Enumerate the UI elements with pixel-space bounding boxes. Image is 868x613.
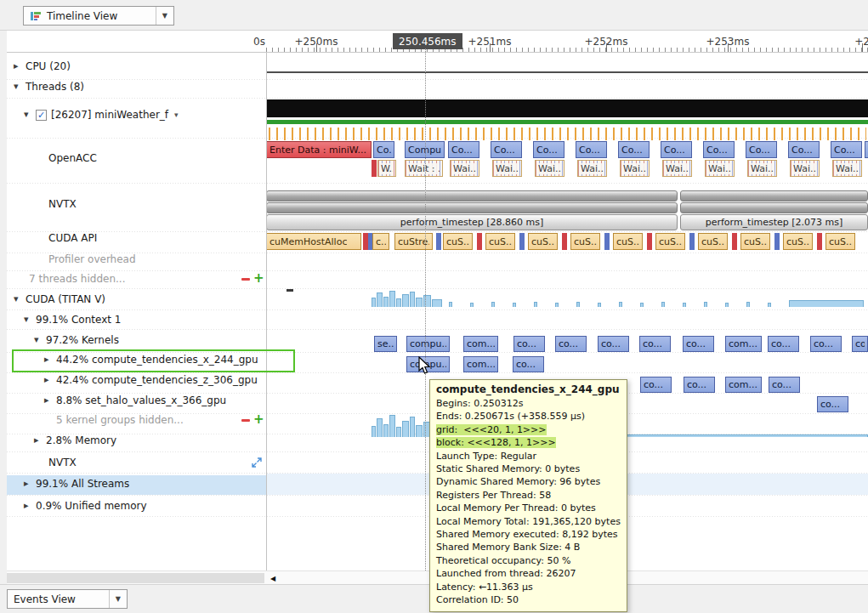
cuda-api-bar[interactable]: cuS... <box>613 233 643 250</box>
kernels-bar[interactable]: co... <box>598 336 629 352</box>
openacc-launch-bar[interactable]: Co... <box>703 141 735 158</box>
kernels-bar[interactable]: co... <box>639 336 671 352</box>
nvtx-depth-2-bar[interactable] <box>680 202 868 213</box>
chevron-down-icon[interactable]: ▾ <box>24 314 29 326</box>
openacc-wait-bar[interactable]: Wai... <box>705 160 735 177</box>
openacc-wait-bar[interactable]: Wai... <box>577 160 607 177</box>
kernels-bar[interactable]: co... <box>810 336 842 352</box>
cuda-api-bar[interactable] <box>647 233 652 250</box>
openacc-launch-bar[interactable]: Co... <box>746 141 777 158</box>
openacc-launch-bar[interactable]: Co... <box>373 141 394 158</box>
cuda-api-bar[interactable]: cuMemHostAlloc <box>266 233 361 250</box>
sidebar-row[interactable]: 5 kernel groups hidden...+ <box>7 412 266 429</box>
sidebar-row[interactable]: ▾Threads (8) <box>7 78 266 95</box>
openacc-wait-bar[interactable]: Wai... <box>832 160 862 177</box>
sidebar-row[interactable]: CUDA API <box>7 230 266 247</box>
cuda-api-bar[interactable]: cuStre... <box>394 233 433 250</box>
chevron-down-icon[interactable]: ▾ <box>34 334 39 346</box>
kernels-bar[interactable]: co... <box>768 336 799 352</box>
kernel-z306-bar[interactable]: co... <box>640 377 672 393</box>
sidebar-row[interactable]: Profiler overhead <box>7 251 266 268</box>
kernels-bar[interactable]: co... <box>683 336 714 352</box>
chevron-right-icon[interactable]: ▸ <box>14 60 19 72</box>
openacc-wait-bar[interactable] <box>372 160 377 177</box>
kernels-bar[interactable]: compu... <box>406 336 450 352</box>
cuda-api-bar[interactable]: cuS... <box>528 233 558 250</box>
openacc-launch-bar[interactable]: Co... <box>533 141 564 158</box>
timeline-ruler[interactable]: 0s 250.456ms +250ms+251ms+252ms+253ms+2 <box>7 31 868 53</box>
chevron-right-icon[interactable]: ▸ <box>44 374 49 386</box>
scrollbar-thumb[interactable] <box>7 573 264 583</box>
chevron-down-icon[interactable]: ▾ <box>24 109 29 121</box>
scroll-left-arrow-icon[interactable]: ◀ <box>266 572 280 584</box>
cuda-api-bar[interactable] <box>477 233 482 250</box>
nvtx-depth-2-bar[interactable] <box>266 202 678 213</box>
expand-row-icon[interactable] <box>252 457 262 470</box>
nvtx-depth-1-bar[interactable] <box>680 190 868 201</box>
sidebar-row[interactable]: OpenACC <box>7 150 266 167</box>
openacc-launch-bar[interactable] <box>865 141 868 158</box>
cuda-api-bar[interactable]: c... <box>372 233 389 250</box>
cuda-api-bar[interactable] <box>604 233 610 250</box>
sidebar-row[interactable]: ▸2.8% Memory <box>7 432 266 449</box>
openacc-wait-bar[interactable]: Wai... <box>450 160 479 177</box>
nvtx-range-bar[interactable]: perform_timestep [2.073 ms] <box>680 214 868 230</box>
sidebar-row[interactable]: 7 threads hidden...+ <box>7 270 266 287</box>
sidebar-row[interactable]: ▸99.1% All Streams <box>7 475 266 495</box>
cuda-api-bar[interactable]: cuS... <box>655 233 685 250</box>
openacc-wait-bar[interactable]: Wai... <box>620 160 650 177</box>
thread-checkbox[interactable]: ✓ <box>36 110 47 121</box>
cuda-api-bar[interactable] <box>689 233 695 250</box>
openacc-wait-bar[interactable]: Wai... <box>790 160 820 177</box>
kernels-bar[interactable]: co... <box>555 336 587 352</box>
nvtx-range-bar[interactable]: perform_timestep [28.860 ms] <box>266 214 678 230</box>
openacc-launch-bar[interactable]: Co... <box>576 141 607 158</box>
sidebar-row[interactable]: NVTX <box>7 454 266 471</box>
events-view-dropdown[interactable]: Events View ▼ <box>7 589 128 609</box>
chevron-right-icon[interactable]: ▸ <box>24 478 29 490</box>
add-rows-icon[interactable]: + <box>253 270 264 286</box>
openacc-launch-bar[interactable]: Co... <box>618 141 650 158</box>
chevron-down-icon[interactable]: ▾ <box>14 81 19 93</box>
kernel-z306-bar[interactable]: com... <box>725 377 762 393</box>
chevron-right-icon[interactable]: ▸ <box>44 394 49 406</box>
chevron-right-icon[interactable]: ▸ <box>34 434 39 446</box>
sidebar-row[interactable]: ▾99.1% Context 1 <box>7 311 266 328</box>
sidebar-row[interactable]: NVTX <box>7 196 266 213</box>
nvtx-depth-1-bar[interactable] <box>266 190 678 201</box>
cuda-api-bar[interactable]: cuS... <box>485 233 515 250</box>
kernels-bar[interactable]: com... <box>463 336 498 352</box>
openacc-wait-bar[interactable]: Wai... <box>535 160 564 177</box>
openacc-wait-bar[interactable]: Wai... <box>492 160 522 177</box>
cuda-api-bar[interactable] <box>519 233 525 250</box>
sidebar-row[interactable]: ▾CUDA (TITAN V) <box>7 291 266 308</box>
openacc-launch-bar[interactable]: Co... <box>661 141 692 158</box>
openacc-wait-bar[interactable]: Wai... <box>662 160 692 177</box>
openacc-wait-bar[interactable]: Wait : ... <box>405 160 443 177</box>
kernels-bar[interactable]: com... <box>725 336 762 352</box>
sidebar-row[interactable]: ▸42.4% compute_tendencies_z_306_gpu <box>7 372 266 389</box>
cuda-api-bar[interactable]: cuS... <box>825 233 855 250</box>
add-rows-icon[interactable]: + <box>253 412 264 427</box>
cuda-api-bar[interactable] <box>562 233 567 250</box>
sidebar-row[interactable]: ▾97.2% Kernels <box>7 332 266 349</box>
sidebar-row[interactable]: ▸8.8% set_halo_values_x_366_gpu <box>7 392 266 409</box>
openacc-wait-bar[interactable]: Wai... <box>747 160 777 177</box>
openacc-launch-bar[interactable]: Co... <box>788 141 820 158</box>
kernel-x244-bar[interactable]: com... <box>463 356 498 372</box>
cuda-api-bar[interactable] <box>817 233 822 250</box>
cuda-api-bar[interactable]: cuS... <box>443 233 473 250</box>
sidebar-row[interactable]: ▸0.9% Unified memory <box>7 497 266 514</box>
kernel-z306-bar[interactable]: co... <box>769 377 800 393</box>
openacc-launch-bar[interactable]: Co... <box>831 141 862 158</box>
view-selector-dropdown[interactable]: Timeline View ▼ <box>23 6 174 26</box>
chevron-down-icon[interactable]: ▾ <box>174 111 179 119</box>
remove-rows-icon[interactable] <box>241 419 250 422</box>
openacc-wait-bar[interactable]: W... <box>377 160 396 177</box>
openacc-launch-bar[interactable]: Co... <box>448 141 479 158</box>
sidebar-row[interactable]: ▾✓[26207] miniWeather_f▾ <box>7 106 266 123</box>
kernels-bar[interactable]: co... <box>852 336 868 352</box>
kernel-halo-bar[interactable]: co... <box>817 396 848 412</box>
kernel-z306-bar[interactable]: co... <box>684 377 715 393</box>
chevron-right-icon[interactable]: ▸ <box>24 500 29 512</box>
